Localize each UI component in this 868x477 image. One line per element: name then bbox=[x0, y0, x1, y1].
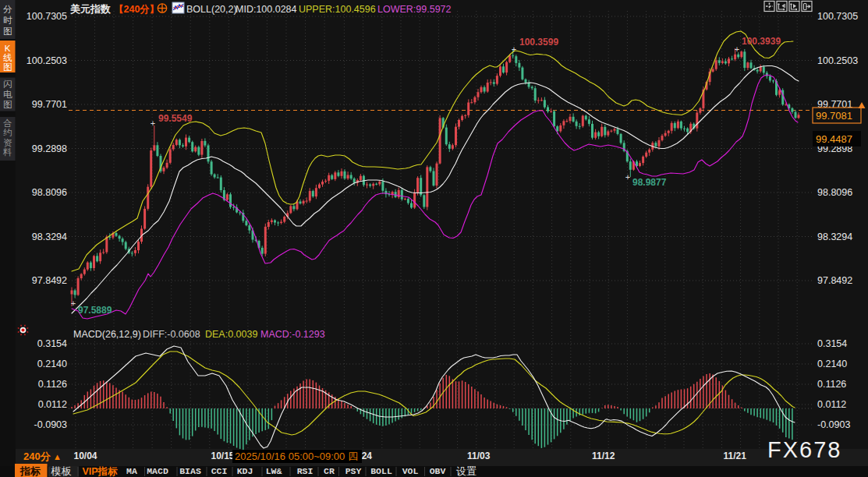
svg-text:LOWER:99.5972: LOWER:99.5972 bbox=[377, 4, 452, 15]
svg-text:98.8096: 98.8096 bbox=[817, 187, 852, 198]
svg-text:98.8096: 98.8096 bbox=[32, 187, 67, 198]
svg-text:0.0112: 0.0112 bbox=[817, 399, 846, 410]
svg-text:K: K bbox=[5, 44, 11, 53]
svg-text:OBV: OBV bbox=[430, 466, 446, 476]
svg-text:100.7305: 100.7305 bbox=[817, 11, 858, 22]
svg-text:+: + bbox=[625, 172, 630, 182]
svg-text:100.7305: 100.7305 bbox=[27, 11, 67, 22]
svg-text:0.3154: 0.3154 bbox=[817, 338, 847, 349]
svg-text:设置: 设置 bbox=[456, 465, 477, 477]
svg-text:闪: 闪 bbox=[3, 80, 12, 89]
svg-text:VOL: VOL bbox=[402, 466, 419, 476]
svg-text:▲: ▲ bbox=[53, 452, 62, 461]
svg-text:KDJ: KDJ bbox=[237, 466, 253, 476]
svg-text:CR: CR bbox=[324, 466, 335, 476]
svg-text:DEA:0.0039: DEA:0.0039 bbox=[205, 329, 257, 340]
svg-text:图: 图 bbox=[3, 26, 12, 36]
svg-text:11/12: 11/12 bbox=[592, 450, 615, 461]
svg-text:98.9877: 98.9877 bbox=[632, 177, 667, 188]
svg-text:99.4487: 99.4487 bbox=[816, 133, 852, 145]
svg-text:0.2140: 0.2140 bbox=[37, 359, 67, 369]
svg-text:100.3939: 100.3939 bbox=[742, 36, 781, 47]
svg-text:PSY: PSY bbox=[345, 466, 362, 476]
svg-text:BOLL: BOLL bbox=[370, 466, 392, 476]
svg-text:BOLL(20,2): BOLL(20,2) bbox=[186, 4, 237, 15]
svg-text:-0.0903: -0.0903 bbox=[817, 419, 850, 430]
svg-text:RSI: RSI bbox=[297, 466, 314, 476]
svg-text:0.1126: 0.1126 bbox=[817, 379, 846, 390]
svg-text:0.0112: 0.0112 bbox=[38, 399, 67, 410]
svg-text:线: 线 bbox=[3, 53, 12, 62]
svg-text:分: 分 bbox=[3, 5, 12, 14]
svg-text:【240分】: 【240分】 bbox=[114, 4, 159, 15]
svg-text:MACD(26,12,9): MACD(26,12,9) bbox=[73, 329, 141, 340]
svg-text:99.5549: 99.5549 bbox=[158, 113, 193, 124]
svg-text:100.2503: 100.2503 bbox=[817, 55, 858, 66]
svg-text:MACD:-0.1293: MACD:-0.1293 bbox=[260, 329, 325, 340]
svg-text:MACD: MACD bbox=[147, 466, 168, 476]
svg-text:+: + bbox=[735, 44, 739, 54]
svg-text:模板: 模板 bbox=[51, 465, 72, 477]
svg-text:合: 合 bbox=[3, 118, 12, 128]
svg-text:+: + bbox=[151, 118, 155, 128]
svg-text:资: 资 bbox=[3, 138, 12, 147]
svg-text:DIFF:-0.0608: DIFF:-0.0608 bbox=[143, 329, 200, 340]
svg-text:UPPER:100.4596: UPPER:100.4596 bbox=[299, 4, 376, 15]
svg-text:100.2503: 100.2503 bbox=[27, 55, 67, 66]
svg-text:97.8492: 97.8492 bbox=[32, 275, 67, 286]
svg-text:100.3599: 100.3599 bbox=[519, 37, 558, 48]
svg-text:美元指数: 美元指数 bbox=[69, 3, 111, 15]
svg-text:MID:100.0284: MID:100.0284 bbox=[236, 4, 297, 15]
svg-text:0.2140: 0.2140 bbox=[817, 359, 847, 369]
svg-text:图: 图 bbox=[3, 62, 12, 72]
svg-text:98.3294: 98.3294 bbox=[32, 231, 67, 242]
svg-text:97.8492: 97.8492 bbox=[817, 275, 852, 286]
svg-text:BIAS: BIAS bbox=[179, 466, 201, 476]
svg-text:MA: MA bbox=[126, 466, 137, 476]
svg-text:+: + bbox=[512, 44, 516, 54]
svg-text:0.1126: 0.1126 bbox=[38, 379, 67, 390]
svg-text:+: + bbox=[71, 299, 76, 308]
svg-text:11/21: 11/21 bbox=[724, 450, 747, 461]
svg-text:料: 料 bbox=[2, 147, 12, 157]
svg-text:10/15: 10/15 bbox=[211, 450, 235, 461]
svg-text:99.2898: 99.2898 bbox=[32, 143, 67, 154]
svg-text:11/03: 11/03 bbox=[467, 450, 491, 461]
svg-text:电: 电 bbox=[3, 90, 12, 99]
svg-text:VIP指标: VIP指标 bbox=[82, 466, 118, 477]
svg-text:0.3154: 0.3154 bbox=[37, 338, 67, 349]
svg-text:2025/10/16 05:00~09:00 四: 2025/10/16 05:00~09:00 四 bbox=[235, 450, 358, 462]
svg-text:98.3294: 98.3294 bbox=[817, 231, 852, 242]
svg-text:CCI: CCI bbox=[211, 466, 228, 476]
svg-text:240分: 240分 bbox=[23, 450, 51, 462]
svg-text:约: 约 bbox=[3, 128, 12, 137]
svg-text:FX678: FX678 bbox=[767, 437, 841, 462]
svg-text:LW&: LW& bbox=[266, 466, 282, 476]
svg-text:时: 时 bbox=[3, 16, 12, 25]
svg-text:指标: 指标 bbox=[19, 465, 41, 477]
svg-text:-0.0903: -0.0903 bbox=[34, 419, 67, 430]
svg-text:10/04: 10/04 bbox=[74, 450, 97, 461]
svg-text:99.7701: 99.7701 bbox=[32, 99, 67, 110]
svg-text:图: 图 bbox=[3, 100, 12, 109]
svg-text:99.7081: 99.7081 bbox=[816, 110, 852, 122]
svg-text:97.5889: 97.5889 bbox=[78, 305, 112, 316]
